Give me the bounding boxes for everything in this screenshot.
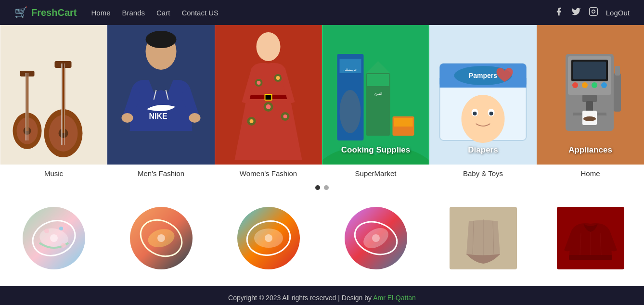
category-home-image: Appliances xyxy=(537,25,644,165)
svg-point-29 xyxy=(257,32,281,61)
product-scarf-1-image xyxy=(5,204,103,272)
supermarket-overlay: Cooking Supplies xyxy=(322,145,429,155)
svg-text:القري: القري xyxy=(374,92,382,96)
svg-point-58 xyxy=(462,95,505,143)
logo[interactable]: 🛒 FreshCart xyxy=(14,6,77,19)
svg-point-69 xyxy=(582,82,588,88)
category-supermarket[interactable]: فيرميشللي القري Cooking Supplies SuperMa… xyxy=(322,25,429,180)
categories-section: Music NIKE xyxy=(0,25,644,200)
svg-point-61 xyxy=(473,112,477,115)
category-baby-toys-image: Pampers Diapers xyxy=(429,25,537,165)
product-scarf-3[interactable] xyxy=(215,200,322,277)
svg-text:Pampers: Pampers xyxy=(469,72,497,79)
svg-point-82 xyxy=(50,234,58,242)
slider-dot-2[interactable] xyxy=(324,185,329,190)
slider-dots xyxy=(0,180,644,200)
svg-point-84 xyxy=(59,227,63,230)
product-scarf-1[interactable] xyxy=(0,200,107,277)
product-scarf-3-image xyxy=(219,204,317,272)
category-supermarket-image: فيرميشللي القري Cooking Supplies xyxy=(322,25,429,165)
product-scarf-4-image xyxy=(327,204,425,272)
svg-point-88 xyxy=(157,234,165,242)
footer-text: Copyright © 2023 All rights reserved | D… xyxy=(228,294,373,302)
svg-point-91 xyxy=(265,234,272,242)
svg-rect-72 xyxy=(582,95,597,102)
svg-rect-67 xyxy=(573,62,606,79)
products-section xyxy=(0,200,644,286)
svg-rect-98 xyxy=(569,255,612,260)
footer-designer-link[interactable]: Amr El-Qattan xyxy=(373,294,416,302)
svg-point-24 xyxy=(122,113,133,123)
category-womens-fashion[interactable]: Women's Fashion xyxy=(215,25,322,180)
footer: Copyright © 2023 All rights reserved | D… xyxy=(0,286,644,305)
svg-rect-79 xyxy=(615,66,620,76)
nav-home[interactable]: Home xyxy=(91,9,110,17)
product-item-6[interactable] xyxy=(537,200,644,277)
category-music[interactable]: Music xyxy=(0,25,107,180)
svg-rect-78 xyxy=(614,73,621,112)
svg-point-77 xyxy=(583,116,596,121)
category-womens-fashion-image xyxy=(215,25,322,165)
svg-point-37 xyxy=(250,119,254,123)
instagram-icon[interactable] xyxy=(589,7,598,19)
svg-rect-0 xyxy=(589,7,597,15)
cart-icon: 🛒 xyxy=(14,6,27,19)
logo-text: FreshCart xyxy=(31,7,77,18)
svg-rect-51 xyxy=(394,118,413,127)
svg-rect-12 xyxy=(55,61,72,68)
twitter-icon[interactable] xyxy=(571,7,581,19)
slider-dot-1[interactable] xyxy=(315,185,320,190)
product-scarf-5[interactable] xyxy=(429,200,537,277)
nav-cart[interactable]: Cart xyxy=(156,9,170,17)
category-baby-toys-label: Baby & Toys xyxy=(463,165,503,180)
baby-overlay: Diapers xyxy=(429,145,537,155)
navbar-left: 🛒 FreshCart Home Brands Cart Contact US xyxy=(14,6,219,19)
categories-grid: Music NIKE xyxy=(0,25,644,180)
svg-point-94 xyxy=(372,234,380,242)
svg-point-31 xyxy=(257,81,261,85)
svg-point-85 xyxy=(61,243,66,248)
category-music-image xyxy=(0,25,107,165)
svg-point-62 xyxy=(489,112,493,115)
svg-text:فيرميشللي: فيرميشللي xyxy=(344,68,357,72)
svg-text:NIKE: NIKE xyxy=(149,112,168,120)
category-mens-fashion[interactable]: NIKE Men's Fashion xyxy=(107,25,215,180)
svg-rect-11 xyxy=(62,64,65,133)
logout-button[interactable]: LogOut xyxy=(606,9,630,17)
facebook-icon[interactable] xyxy=(554,7,564,19)
category-womens-fashion-label: Women's Fashion xyxy=(240,165,297,180)
svg-point-83 xyxy=(44,229,49,233)
svg-point-71 xyxy=(601,82,607,88)
navbar: 🛒 FreshCart Home Brands Cart Contact US … xyxy=(0,0,644,25)
svg-rect-41 xyxy=(265,94,272,100)
nav-brands[interactable]: Brands xyxy=(122,9,145,17)
category-home[interactable]: Appliances Home xyxy=(537,25,644,180)
product-scarf-2[interactable] xyxy=(107,200,215,277)
svg-point-35 xyxy=(266,104,271,109)
nav-links: Home Brands Cart Contact US xyxy=(91,9,219,17)
category-baby-toys[interactable]: Pampers Diapers Baby & Toys xyxy=(429,25,537,180)
svg-rect-48 xyxy=(367,74,389,86)
nav-contact[interactable]: Contact US xyxy=(181,9,219,17)
navbar-right: LogOut xyxy=(554,7,630,19)
product-scarf-5-image xyxy=(434,204,532,272)
svg-point-39 xyxy=(283,114,287,118)
products-grid xyxy=(0,200,644,277)
svg-point-70 xyxy=(592,82,597,88)
svg-point-33 xyxy=(276,76,280,80)
product-scarf-2-image xyxy=(112,204,210,272)
category-supermarket-label: SuperMarket xyxy=(355,165,397,180)
svg-point-46 xyxy=(340,90,361,133)
svg-point-22 xyxy=(146,31,177,48)
category-home-label: Home xyxy=(580,165,600,180)
category-mens-fashion-image: NIKE xyxy=(107,25,215,165)
product-item-6-image xyxy=(541,204,639,272)
home-overlay: Appliances xyxy=(537,145,644,155)
product-scarf-4[interactable] xyxy=(322,200,429,277)
svg-point-25 xyxy=(189,113,201,123)
category-music-label: Music xyxy=(44,165,63,180)
category-mens-fashion-label: Men's Fashion xyxy=(138,165,184,180)
svg-point-68 xyxy=(572,82,578,88)
